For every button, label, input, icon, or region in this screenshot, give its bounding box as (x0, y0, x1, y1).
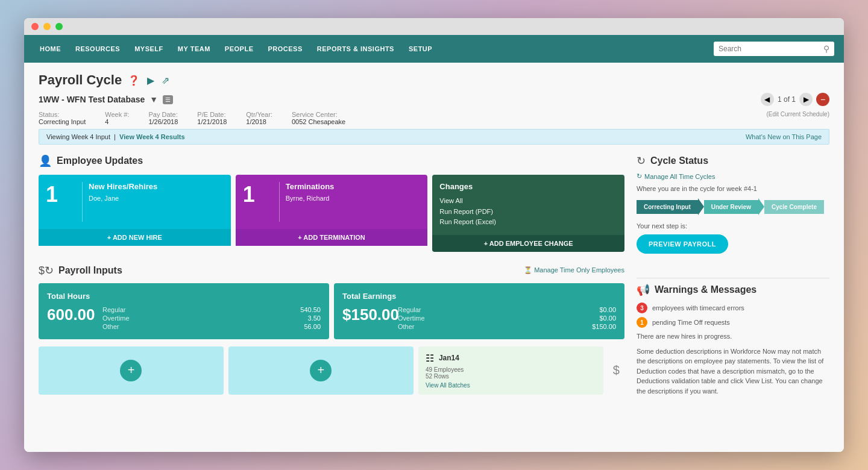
expand-icon[interactable]: ⇗ (160, 74, 171, 87)
preview-payroll-button[interactable]: PREVIEW PAYROLL (637, 234, 728, 254)
time-icon: ⏳ (524, 266, 532, 274)
batch-info-header: ☷ Jan14 (426, 352, 596, 364)
cycle-status-section: ↻ Cycle Status ↻ Manage All Time Cycles … (637, 154, 829, 266)
total-hours-value: 600.00 (47, 306, 95, 324)
total-hours-title: Total Hours (47, 292, 321, 301)
add-batch-button-1[interactable]: + (120, 360, 142, 381)
add-termination-button[interactable]: + ADD TERMINATION (236, 229, 428, 246)
right-panel: ↻ Cycle Status ↻ Manage All Time Cycles … (637, 154, 829, 401)
earnings-other-row: Other $150.00 (398, 322, 616, 331)
batch-employees: 49 Employees (426, 366, 596, 373)
nav-resources[interactable]: RESOURCES (69, 42, 126, 56)
new-hires-count: 1 (46, 182, 76, 207)
changes-info: Changes View All Run Report (PDF) Run Re… (439, 182, 617, 228)
cycle-steps: Correcting Input Under Review Cycle Comp… (637, 198, 829, 215)
new-hires-info: New Hires/Rehires Doe, Jane (89, 182, 157, 202)
manage-all-cycles-link[interactable]: ↻ Manage All Time Cycles (637, 172, 829, 180)
earnings-other-label: Other (398, 323, 415, 330)
section-divider (637, 278, 829, 278)
add-batch-button-2[interactable]: + (310, 360, 332, 381)
dollar-icon: $↻ (39, 264, 54, 277)
info-banner: Viewing Week 4 Input | View Week 4 Resul… (39, 129, 829, 145)
add-new-hire-button[interactable]: + ADD NEW HIRE (39, 229, 231, 246)
menu-button[interactable]: ☰ (163, 95, 173, 104)
manage-cycles-text: Manage All Time Cycles (644, 173, 715, 180)
manage-time-only-link[interactable]: ⏳ Manage Time Only Employees (524, 266, 624, 274)
db-row: 1WW - WFN Test Database ▼ ☰ ◀ 1 of 1 ▶ − (39, 93, 829, 106)
help-icon[interactable]: ❓ (127, 74, 141, 87)
add-employee-change-button[interactable]: + ADD EMPLOYEE CHANGE (432, 235, 624, 252)
changes-card: Changes View All Run Report (PDF) Run Re… (432, 175, 624, 252)
minimize-button[interactable] (43, 23, 51, 30)
week-label: Week #: (105, 111, 129, 118)
pagination: ◀ 1 of 1 ▶ − (761, 93, 829, 106)
service-center-label: Service Center: (292, 111, 345, 118)
terminations-body: 1 Terminations Byrne, Richard (236, 175, 428, 229)
nav-myself[interactable]: MYSELF (128, 42, 169, 56)
application-window: HOME RESOURCES MYSELF MY TEAM PEOPLE PRO… (24, 18, 844, 452)
changes-pdf-link[interactable]: Run Report (PDF) (439, 207, 617, 218)
titlebar (24, 18, 844, 35)
step-correcting-input[interactable]: Correcting Input (637, 200, 698, 214)
view-results-link[interactable]: View Week 4 Results (119, 133, 184, 140)
close-button[interactable] (31, 23, 39, 30)
maximize-button[interactable] (55, 23, 63, 30)
person-icon: 👤 (39, 154, 52, 168)
qtr-year-value: 1/2018 (246, 118, 266, 125)
payroll-inputs-title: Payroll Inputs (58, 265, 122, 276)
db-dropdown[interactable]: ▼ (149, 95, 158, 104)
status-value: Correcting Input (39, 118, 86, 125)
changes-excel-link[interactable]: Run Report (Excel) (439, 217, 617, 228)
nav-home[interactable]: HOME (34, 42, 67, 56)
service-center-value: 0052 Chesapeake (292, 118, 345, 125)
search-input[interactable] (719, 45, 823, 53)
page-title-row: Payroll Cycle ❓ ▶ ⇗ (39, 72, 829, 88)
nav-people[interactable]: PEOPLE (219, 42, 260, 56)
terminations-card: 1 Terminations Byrne, Richard + ADD TERM… (236, 175, 428, 252)
changes-view-all-link[interactable]: View All (439, 196, 617, 207)
earnings-overtime-row: Overtime $0.00 (398, 314, 616, 322)
earnings-breakdown: Regular $0.00 Overtime $0.00 Other $150.… (398, 306, 616, 331)
next-step-text: Your next step is: (637, 222, 829, 230)
search-bar[interactable]: ⚲ (714, 42, 834, 56)
warnings-title: Warnings & Messages (655, 284, 756, 295)
total-hours-main: 600.00 Regular 540.50 Overtime 3.50 (47, 306, 321, 331)
batch-info-card: ☷ Jan14 49 Employees 52 Rows View All Ba… (418, 346, 603, 395)
pe-date-meta: P/E Date: 1/21/2018 (197, 111, 227, 125)
nav-process[interactable]: PROCESS (262, 42, 308, 56)
earnings-regular-row: Regular $0.00 (398, 306, 616, 314)
warnings-section: 📢 Warnings & Messages 3 employees with t… (637, 283, 829, 396)
step-cycle-complete[interactable]: Cycle Complete (764, 200, 824, 214)
step-under-review[interactable]: Under Review (704, 200, 758, 214)
new-hires-title: New Hires/Rehires (89, 182, 157, 191)
pay-date-label: Pay Date: (148, 111, 178, 118)
changes-body: Changes View All Run Report (PDF) Run Re… (432, 175, 624, 235)
deduction-text: Some deduction descriptions in Workforce… (637, 346, 829, 396)
nav-setup[interactable]: SETUP (403, 42, 438, 56)
prev-page-button[interactable]: ◀ (761, 93, 774, 106)
week-meta: Week #: 4 (105, 111, 129, 125)
refresh-icon: ↻ (637, 172, 642, 180)
edit-schedule-link[interactable]: (Edit Current Schedule) (767, 111, 830, 125)
nav-my-team[interactable]: MY TEAM (172, 42, 216, 56)
batch-row: + + ☷ Jan14 49 Employees 52 Rows View Al… (39, 346, 624, 395)
view-all-batches-link[interactable]: View All Batches (426, 382, 596, 389)
nav-reports[interactable]: REPORTS & INSIGHTS (311, 42, 400, 56)
whats-new-link[interactable]: What's New on This Page (746, 133, 822, 140)
time-off-badge: 1 (637, 317, 647, 328)
video-icon[interactable]: ▶ (146, 74, 156, 87)
card-divider (82, 182, 83, 222)
changes-title: Changes (439, 182, 617, 191)
employee-updates-title: Employee Updates (57, 155, 143, 166)
page-content: Payroll Cycle ❓ ▶ ⇗ 1WW - WFN Test Datab… (24, 63, 844, 452)
hours-regular-row: Regular 540.50 (102, 306, 321, 314)
status-label: Status: (39, 111, 86, 118)
pe-date-value: 1/21/2018 (197, 118, 227, 125)
left-panel: 👤 Employee Updates 1 New Hires/Rehires D… (39, 154, 624, 401)
remove-button[interactable]: − (816, 93, 829, 106)
time-off-text: pending Time Off requests (652, 319, 730, 326)
timecard-errors-badge: 3 (637, 302, 647, 313)
next-page-button[interactable]: ▶ (799, 93, 813, 106)
total-hours-card: Total Hours 600.00 Regular 540.50 Overti… (39, 283, 329, 339)
page-title: Payroll Cycle (39, 72, 122, 88)
